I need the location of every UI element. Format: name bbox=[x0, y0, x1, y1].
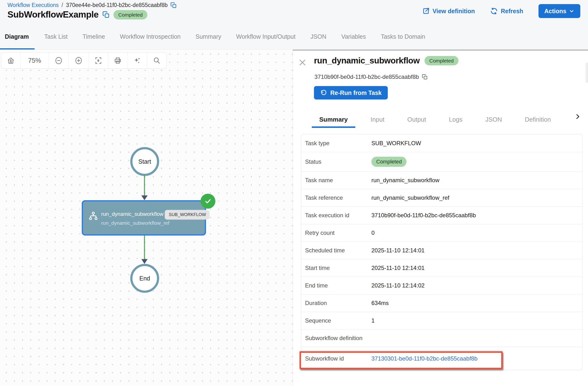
rerun-label: Re-Run from Task bbox=[330, 89, 381, 96]
tab-summary[interactable]: Summary bbox=[190, 24, 227, 49]
task-execution-id-text: 3710b90f-be0d-11f0-b2bc-de855caabf8b bbox=[315, 74, 419, 80]
task-status-badge: Completed bbox=[424, 56, 459, 65]
home-layout-button[interactable] bbox=[1, 53, 21, 68]
row-label: Duration bbox=[305, 300, 371, 306]
copy-workflow-name-button[interactable] bbox=[103, 11, 110, 18]
title-row: SubWorkflowExample Completed bbox=[7, 10, 147, 20]
panel-tab-logs[interactable]: Logs bbox=[441, 112, 470, 127]
tab-json[interactable]: JSON bbox=[305, 24, 332, 49]
task-node-reference: run_dynamic_subworkflow_ref bbox=[101, 220, 169, 226]
page-title: SubWorkflowExample bbox=[7, 10, 99, 20]
tab-workflow-input-output[interactable]: Workflow Input/Output bbox=[231, 24, 301, 49]
search-icon bbox=[153, 57, 161, 64]
row-label: Retry count bbox=[305, 229, 371, 236]
copy-icon bbox=[170, 2, 177, 8]
close-icon bbox=[298, 58, 307, 67]
refresh-icon bbox=[490, 7, 498, 15]
summary-row-task-name: Task namerun_dynamic_subworkflow bbox=[301, 171, 583, 189]
row-label: Start time bbox=[305, 265, 371, 271]
zoom-out-button[interactable] bbox=[49, 53, 69, 68]
tab-task-list[interactable]: Task List bbox=[39, 24, 73, 49]
task-type-chip: SUB_WORKFLOW bbox=[165, 210, 210, 219]
tab-tasks-to-domain[interactable]: Tasks to Domain bbox=[376, 24, 431, 49]
check-icon bbox=[204, 197, 212, 205]
search-button[interactable] bbox=[147, 53, 166, 68]
row-value: 3710b90f-be0d-11f0-b2bc-de855caabf8b bbox=[371, 212, 476, 219]
row-label: Task execution id bbox=[305, 212, 371, 219]
diagram-canvas[interactable]: 75% bbox=[0, 49, 293, 386]
row-label: Subworkflow definition bbox=[305, 335, 371, 342]
value-text: run_dynamic_subworkflow bbox=[371, 177, 440, 183]
task-completed-check-badge bbox=[200, 194, 215, 209]
copy-task-id-button[interactable] bbox=[422, 74, 428, 80]
row-label: Scheduled time bbox=[305, 247, 371, 254]
summary-row-start-time: Start time2025-11-10 12:14:01 bbox=[301, 259, 583, 277]
refresh-label: Refresh bbox=[501, 8, 523, 15]
subworkflow-id-link[interactable]: 37130301-be0d-11f0-b2bc-de855caabf8b bbox=[371, 355, 477, 362]
summary-row-task-type: Task typeSUB_WORKFLOW bbox=[301, 134, 583, 152]
ai-assist-button[interactable] bbox=[128, 53, 147, 68]
value-text: 0 bbox=[371, 229, 375, 236]
value-text: 2025-11-10 12:14:01 bbox=[371, 247, 424, 254]
summary-row-scheduled-time: Scheduled time2025-11-10 12:14:01 bbox=[301, 242, 583, 259]
actions-menu-button[interactable]: Actions bbox=[539, 4, 580, 18]
rerun-from-task-button[interactable]: Re-Run from Task bbox=[314, 86, 388, 100]
summary-row-duration: Duration634ms bbox=[301, 294, 583, 312]
row-value: Completed bbox=[371, 157, 406, 167]
row-label: Sequence bbox=[305, 317, 371, 324]
panel-id-row: 3710b90f-be0d-11f0-b2bc-de855caabf8b bbox=[315, 74, 428, 80]
panel-tab-definition[interactable]: Definition bbox=[517, 112, 557, 127]
row-label: Subworkflow id bbox=[305, 355, 371, 362]
row-value: 2025-11-10 12:14:02 bbox=[371, 282, 424, 289]
tab-timeline[interactable]: Timeline bbox=[77, 24, 110, 49]
tab-variables[interactable]: Variables bbox=[336, 24, 371, 49]
task-node-run-dynamic-subworkflow[interactable]: run_dynamic_subworkflow run_dynamic_subw… bbox=[82, 200, 206, 236]
row-value: 634ms bbox=[371, 300, 389, 306]
print-button[interactable] bbox=[108, 53, 128, 68]
main-content: 75% bbox=[0, 49, 588, 386]
value-text: 3710b90f-be0d-11f0-b2bc-de855caabf8b bbox=[371, 212, 476, 219]
panel-title-row: run_dynamic_subworkflow Completed bbox=[314, 56, 459, 65]
workflow-status-badge: Completed bbox=[113, 10, 147, 20]
value-text: 634ms bbox=[371, 300, 389, 306]
arrowhead-icon bbox=[141, 195, 147, 200]
row-label: Task type bbox=[305, 140, 371, 147]
row-value: run_dynamic_subworkflow_ref bbox=[371, 194, 449, 201]
task-detail-tab-bar: SummaryInputOutputLogsJSONDefinition bbox=[312, 112, 557, 127]
fit-to-screen-icon bbox=[94, 57, 102, 64]
task-summary-table: Task typeSUB_WORKFLOWStatusCompletedTask… bbox=[301, 134, 583, 370]
zoom-out-icon bbox=[55, 57, 63, 65]
start-node[interactable]: Start bbox=[130, 147, 159, 176]
panel-tab-json[interactable]: JSON bbox=[478, 112, 509, 127]
edge-start-to-task bbox=[144, 175, 145, 196]
zoom-level-indicator: 75% bbox=[21, 53, 49, 68]
subworkflow-icon bbox=[88, 211, 98, 221]
view-definition-label: View definition bbox=[432, 8, 475, 15]
end-node[interactable]: End bbox=[130, 264, 159, 293]
row-value: 0 bbox=[371, 229, 375, 236]
summary-row-sequence: Sequence1 bbox=[301, 312, 583, 329]
breadcrumb-workflow-executions-link[interactable]: Workflow Executions bbox=[7, 2, 59, 8]
panel-scrollbar-thumb[interactable] bbox=[586, 63, 588, 83]
row-value: 1 bbox=[371, 317, 375, 324]
fit-to-screen-button[interactable] bbox=[89, 53, 108, 68]
printer-icon bbox=[114, 57, 122, 64]
copy-execution-id-button[interactable] bbox=[170, 2, 177, 8]
panel-tab-output[interactable]: Output bbox=[400, 112, 433, 127]
row-label: Task name bbox=[305, 177, 371, 184]
close-panel-button[interactable] bbox=[298, 58, 307, 67]
refresh-button[interactable]: Refresh bbox=[490, 7, 523, 15]
summary-row-status: StatusCompleted bbox=[301, 152, 583, 171]
row-value: 2025-11-10 12:14:01 bbox=[371, 247, 424, 254]
tabs-overflow-button[interactable] bbox=[574, 113, 581, 120]
tab-workflow-introspection[interactable]: Workflow Introspection bbox=[115, 24, 186, 49]
sparkles-icon bbox=[133, 57, 141, 64]
view-definition-button[interactable]: View definition bbox=[422, 7, 475, 15]
tab-diagram[interactable]: Diagram bbox=[0, 24, 35, 49]
zoom-in-button[interactable] bbox=[69, 53, 89, 68]
summary-row-subworkflow-definition: Subworkflow definition bbox=[301, 329, 583, 347]
task-detail-panel: run_dynamic_subworkflow Completed 3710b9… bbox=[293, 49, 588, 386]
value-text: 2025-11-10 12:14:02 bbox=[371, 282, 424, 289]
panel-tab-summary[interactable]: Summary bbox=[312, 112, 355, 127]
panel-tab-input[interactable]: Input bbox=[363, 112, 392, 127]
